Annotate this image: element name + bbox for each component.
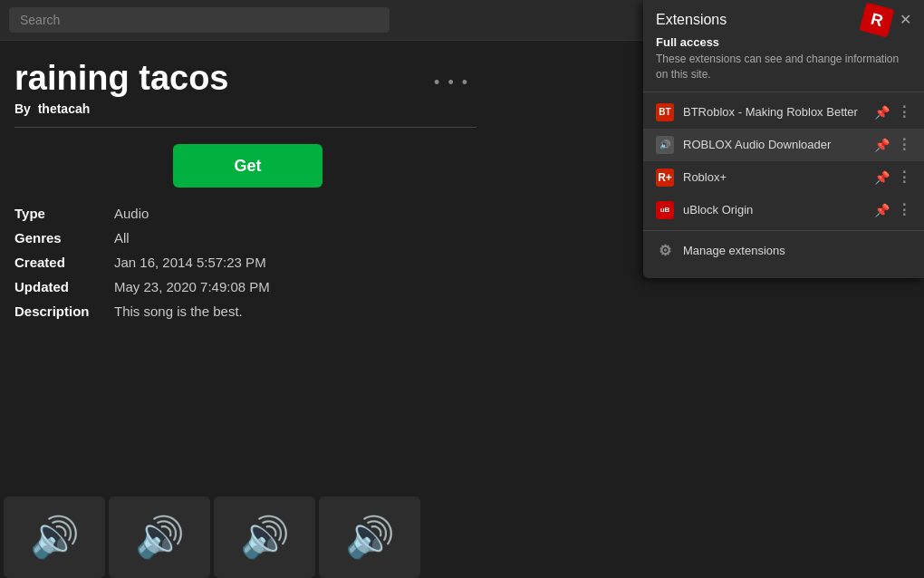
- btroblox-more-icon[interactable]: ⋮: [897, 103, 911, 120]
- divider: [14, 127, 476, 128]
- btroblox-icon: BT: [656, 103, 674, 121]
- audio-icon-1: 🔊: [30, 514, 80, 561]
- rad-more-icon[interactable]: ⋮: [897, 136, 911, 153]
- audio-icon-4: 🔊: [345, 514, 395, 561]
- main-content: raining tacos • • • By thetacah Get Type…: [0, 0, 924, 578]
- search-input[interactable]: [9, 7, 390, 33]
- created-label: Created: [14, 255, 114, 270]
- btroblox-name: BTRoblox - Making Roblox Better: [683, 105, 874, 119]
- rad-name: ROBLOX Audio Downloader: [683, 138, 874, 151]
- robloxplus-pin-icon[interactable]: 📌: [874, 170, 890, 185]
- author-prefix: By: [14, 101, 31, 116]
- audio-tile-4[interactable]: 🔊: [319, 496, 420, 578]
- btroblox-pin-icon[interactable]: 📌: [874, 105, 890, 120]
- extensions-list: BT BTRoblox - Making Roblox Better 📌 ⋮ 🔊…: [643, 92, 924, 271]
- extensions-panel: Extensions R ✕ Full access These extensi…: [643, 0, 924, 278]
- author-name: thetacah: [38, 101, 91, 116]
- audio-icon-3: 🔊: [240, 514, 290, 561]
- song-options-button[interactable]: • • •: [427, 66, 476, 100]
- manage-extensions-label: Manage extensions: [683, 244, 785, 257]
- description-value: This song is the best.: [114, 303, 910, 319]
- ublock-icon: uB: [656, 201, 674, 219]
- audio-tile-2[interactable]: 🔊: [109, 496, 210, 578]
- type-label: Type: [14, 206, 114, 221]
- song-title: raining tacos: [14, 59, 229, 98]
- ublock-name: uBlock Origin: [683, 203, 874, 217]
- roblox-logo: R: [859, 2, 894, 37]
- full-access-desc: These extensions can see and change info…: [656, 52, 911, 82]
- get-button[interactable]: Get: [173, 144, 322, 188]
- description-label: Description: [14, 303, 114, 319]
- extension-item-btroblox[interactable]: BT BTRoblox - Making Roblox Better 📌 ⋮: [643, 96, 924, 129]
- extensions-close-button[interactable]: ✕: [900, 11, 911, 28]
- title-row: raining tacos • • •: [14, 59, 476, 101]
- audio-icon-2: 🔊: [135, 514, 185, 561]
- audio-tile-3[interactable]: 🔊: [214, 496, 315, 578]
- updated-label: Updated: [14, 279, 114, 294]
- full-access-section: Full access These extensions can see and…: [643, 35, 924, 92]
- robloxplus-icon: R+: [656, 169, 674, 187]
- robloxplus-more-icon[interactable]: ⋮: [897, 169, 911, 186]
- extensions-header: Extensions R ✕: [643, 0, 924, 35]
- full-access-label: Full access: [656, 35, 911, 49]
- manage-gear-icon: ⚙: [656, 242, 674, 260]
- genres-label: Genres: [14, 230, 114, 246]
- rad-pin-icon[interactable]: 📌: [874, 138, 890, 152]
- extension-item-robloxplus[interactable]: R+ Roblox+ 📌 ⋮: [643, 161, 924, 194]
- rad-icon: 🔊: [656, 136, 674, 154]
- manage-extensions-row[interactable]: ⚙ Manage extensions: [643, 235, 924, 267]
- audio-tile-1[interactable]: 🔊: [4, 496, 105, 578]
- extension-item-ublock[interactable]: uB uBlock Origin 📌 ⋮: [643, 194, 924, 226]
- extension-item-rad[interactable]: 🔊 ROBLOX Audio Downloader 📌 ⋮: [643, 129, 924, 161]
- updated-value: May 23, 2020 7:49:08 PM: [114, 279, 910, 294]
- ublock-pin-icon[interactable]: 📌: [874, 203, 890, 217]
- robloxplus-name: Roblox+: [683, 170, 874, 184]
- extensions-divider: [643, 230, 924, 231]
- ublock-more-icon[interactable]: ⋮: [897, 201, 911, 218]
- extensions-title: Extensions: [656, 12, 727, 28]
- audio-tiles: 🔊 🔊 🔊 🔊: [0, 496, 424, 578]
